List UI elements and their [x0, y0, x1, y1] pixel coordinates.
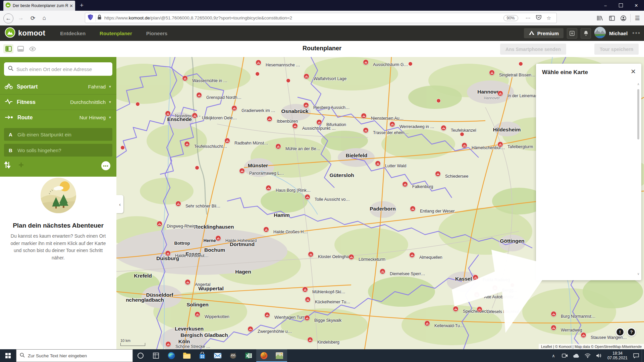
scroll-down-icon[interactable]: ∨ [636, 272, 640, 276]
poi-dot-icon[interactable] [120, 145, 125, 150]
send-to-phone-button[interactable]: Ans Smartphone senden [500, 44, 566, 55]
poi-dot-icon[interactable] [436, 99, 441, 103]
poi-marker-icon[interactable] [361, 113, 367, 119]
filter-fitness[interactable]: FitnessDurchschnittlich▼ [0, 94, 116, 110]
window-maximize-button[interactable] [613, 0, 629, 11]
show-desktop-button[interactable] [642, 349, 644, 362]
forward-button[interactable]: → [16, 13, 25, 23]
poi-dot-icon[interactable] [255, 72, 260, 76]
excel-icon[interactable]: X [241, 349, 256, 362]
menu-hamburger-icon[interactable]: ☰ [633, 13, 642, 23]
poi-marker-icon[interactable] [264, 312, 270, 318]
poi-marker-icon[interactable] [410, 206, 416, 212]
poi-marker-icon[interactable] [256, 60, 261, 65]
avatar[interactable] [594, 27, 606, 40]
poi-dot-icon[interactable] [195, 166, 199, 170]
poi-marker-icon[interactable] [453, 306, 459, 312]
poi-marker-icon[interactable] [275, 143, 281, 149]
bookmark-star-icon[interactable]: ☆ [547, 15, 551, 21]
poi-marker-icon[interactable] [182, 75, 188, 81]
poi-marker-icon[interactable] [303, 102, 309, 108]
window-close-button[interactable]: ✕ [629, 0, 644, 11]
account-icon[interactable] [619, 13, 628, 23]
cortana-icon[interactable] [133, 349, 148, 362]
mail-icon[interactable] [210, 349, 225, 362]
taskbar-clock[interactable]: 18:34 07.05.2021 [605, 351, 630, 360]
poi-marker-icon[interactable] [215, 235, 221, 241]
firefox-icon[interactable] [256, 349, 272, 362]
wifi-icon[interactable] [582, 349, 593, 362]
save-tour-button[interactable]: Tour speichern [594, 44, 639, 55]
volume-icon[interactable] [593, 349, 605, 362]
poi-marker-icon[interactable] [441, 125, 446, 131]
poi-marker-icon[interactable] [302, 287, 308, 292]
poi-marker-icon[interactable] [477, 306, 482, 312]
filter-route[interactable]: RouteNur Hinweg▼ [0, 110, 116, 125]
poi-marker-icon[interactable] [409, 252, 415, 258]
poi-marker-icon[interactable] [165, 250, 171, 256]
poi-marker-icon[interactable] [292, 123, 298, 129]
poi-marker-icon[interactable] [489, 70, 495, 75]
reload-button[interactable]: ⟳ [28, 13, 38, 23]
poi-marker-icon[interactable] [184, 141, 190, 147]
pocket-icon[interactable] [536, 15, 541, 21]
poi-marker-icon[interactable] [474, 292, 480, 297]
poi-marker-icon[interactable] [424, 320, 430, 326]
poi-marker-icon[interactable] [316, 119, 322, 125]
poi-marker-icon[interactable] [185, 279, 191, 285]
poi-marker-icon[interactable] [196, 92, 202, 98]
poi-marker-icon[interactable] [224, 138, 230, 143]
tray-expand-icon[interactable]: ∧ [548, 349, 559, 362]
filter-sportart[interactable]: SportartFahrrad▼ [0, 79, 116, 94]
home-button[interactable]: ⌂ [40, 13, 49, 23]
task-view-icon[interactable] [148, 349, 164, 362]
page-actions-icon[interactable]: ⋯ [526, 15, 531, 21]
poi-marker-icon[interactable] [157, 221, 162, 227]
poi-marker-icon[interactable] [389, 121, 395, 127]
poi-marker-icon[interactable] [239, 168, 245, 174]
poi-marker-icon[interactable] [435, 171, 441, 177]
poi-marker-icon[interactable] [307, 337, 313, 343]
nav-entdecken[interactable]: Entdecken [60, 31, 86, 36]
taskbar-search-input[interactable]: Zur Suche Text hier eingeben [16, 349, 133, 362]
file-explorer-icon[interactable] [179, 349, 195, 362]
poi-marker-icon[interactable] [492, 285, 498, 291]
search-input[interactable]: Such einen Ort oder eine Adresse [4, 62, 112, 76]
browser-tab[interactable]: Der beste Routenplaner zum Ra ✕ [3, 1, 75, 11]
panel-scrollbar[interactable]: ∧ ∨ [636, 82, 640, 276]
user-name[interactable]: Michael [609, 31, 628, 36]
nav-routenplaner[interactable]: Routenplaner [100, 31, 132, 36]
map-chooser-close-icon[interactable]: ✕ [631, 68, 636, 75]
gimp-icon[interactable] [225, 349, 241, 362]
tab-close-icon[interactable]: ✕ [69, 3, 73, 8]
poi-marker-icon[interactable] [192, 113, 198, 118]
action-center-icon[interactable] [630, 349, 642, 362]
poi-marker-icon[interactable] [551, 325, 556, 330]
waypoint-a-input[interactable]: AGib einen Startpunkt ein [4, 128, 112, 141]
help-button[interactable]: ? [627, 327, 636, 337]
premium-button[interactable]: Premium [524, 28, 564, 38]
poi-marker-icon[interactable] [402, 181, 408, 187]
poi-marker-icon[interactable] [263, 227, 269, 232]
poi-marker-icon[interactable] [308, 251, 314, 257]
poi-marker-icon[interactable] [304, 315, 310, 321]
poi-marker-icon[interactable] [231, 105, 237, 111]
report-problem-button[interactable]: ! [615, 327, 625, 337]
poi-marker-icon[interactable] [497, 141, 503, 147]
edge-icon[interactable] [164, 349, 179, 362]
poi-marker-icon[interactable] [165, 341, 171, 347]
header-more-icon[interactable]: ••• [632, 30, 641, 37]
poi-marker-icon[interactable] [497, 90, 503, 96]
waypoint-b-input[interactable]: BWo solls hingehen? [4, 144, 112, 157]
start-button[interactable] [0, 349, 16, 362]
poi-dot-icon[interactable] [510, 283, 515, 287]
poi-dot-icon[interactable] [286, 78, 290, 83]
poi-marker-icon[interactable] [248, 326, 253, 332]
poi-marker-icon[interactable] [551, 311, 556, 317]
nav-pioneers[interactable]: Pioneers [146, 31, 167, 36]
komoot-logo-icon[interactable] [5, 27, 15, 39]
poi-marker-icon[interactable] [165, 111, 171, 116]
url-bar[interactable]: https://www.komoot.de/plan/@51.7606000,8… [85, 13, 557, 23]
poi-marker-icon[interactable] [363, 127, 369, 133]
library-icon[interactable] [595, 13, 604, 23]
